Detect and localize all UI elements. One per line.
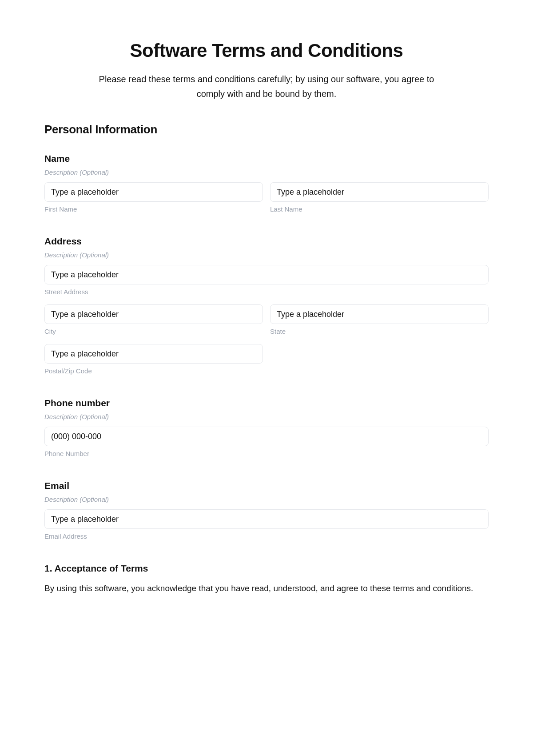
email-label: Email bbox=[44, 480, 489, 491]
state-input[interactable] bbox=[270, 304, 489, 324]
phone-number-input[interactable] bbox=[44, 427, 489, 446]
name-group: Name Description (Optional) First Name L… bbox=[44, 153, 489, 213]
first-name-sublabel: First Name bbox=[44, 205, 263, 213]
email-group: Email Description (Optional) Email Addre… bbox=[44, 480, 489, 540]
phone-group: Phone number Description (Optional) Phon… bbox=[44, 398, 489, 457]
postal-code-input[interactable] bbox=[44, 344, 263, 364]
phone-label: Phone number bbox=[44, 398, 489, 408]
state-sublabel: State bbox=[270, 328, 489, 335]
postal-code-sublabel: Postal/Zip Code bbox=[44, 367, 263, 375]
phone-desc: Description (Optional) bbox=[44, 413, 489, 420]
address-desc: Description (Optional) bbox=[44, 251, 489, 259]
address-group: Address Description (Optional) Street Ad… bbox=[44, 236, 489, 375]
city-sublabel: City bbox=[44, 328, 263, 335]
email-address-input[interactable] bbox=[44, 509, 489, 529]
terms-1-title: 1. Acceptance of Terms bbox=[44, 563, 489, 574]
name-desc: Description (Optional) bbox=[44, 168, 489, 176]
terms-1-body: By using this software, you acknowledge … bbox=[44, 582, 489, 595]
terms-section-1: 1. Acceptance of Terms By using this sof… bbox=[44, 563, 489, 595]
phone-number-sublabel: Phone Number bbox=[44, 450, 489, 457]
page-subtitle: Please read these terms and conditions c… bbox=[93, 72, 440, 101]
address-label: Address bbox=[44, 236, 489, 247]
street-address-input[interactable] bbox=[44, 265, 489, 284]
section-personal-info: Personal Information bbox=[44, 123, 489, 136]
city-input[interactable] bbox=[44, 304, 263, 324]
last-name-input[interactable] bbox=[270, 182, 489, 202]
name-label: Name bbox=[44, 153, 489, 164]
page-title: Software Terms and Conditions bbox=[44, 40, 489, 61]
last-name-sublabel: Last Name bbox=[270, 205, 489, 213]
street-address-sublabel: Street Address bbox=[44, 288, 489, 296]
first-name-input[interactable] bbox=[44, 182, 263, 202]
email-desc: Description (Optional) bbox=[44, 496, 489, 503]
email-address-sublabel: Email Address bbox=[44, 532, 489, 540]
